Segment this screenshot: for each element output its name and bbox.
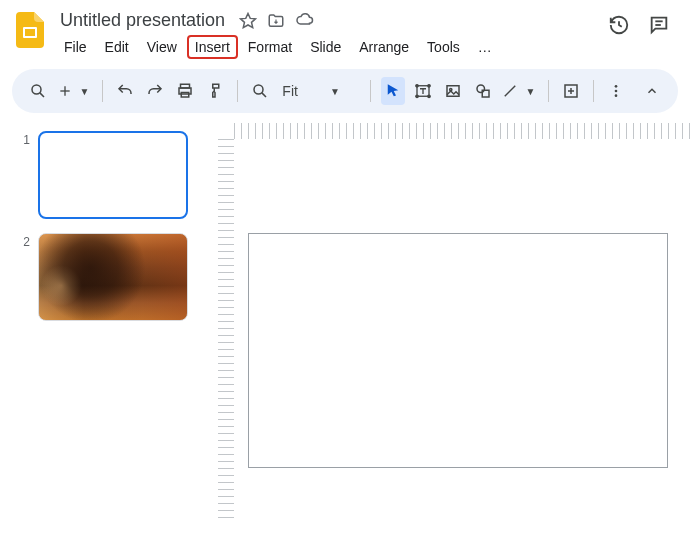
select-tool[interactable]	[381, 77, 405, 105]
slide-canvas[interactable]	[248, 233, 668, 468]
separator	[548, 80, 549, 102]
image-tool[interactable]	[441, 77, 465, 105]
textbox-tool[interactable]	[411, 77, 435, 105]
header-right	[608, 14, 670, 36]
header: Untitled presentation File Edit View Ins…	[0, 0, 690, 59]
print-button[interactable]	[173, 77, 197, 105]
filmstrip: 1 2	[0, 123, 210, 536]
star-icon[interactable]	[239, 12, 257, 30]
svg-line-12	[262, 93, 266, 97]
comment-add-button[interactable]	[558, 77, 582, 105]
shape-tool[interactable]	[471, 77, 495, 105]
slide-thumb-canvas[interactable]	[38, 233, 188, 321]
history-icon[interactable]	[608, 14, 630, 36]
svg-point-11	[254, 85, 263, 94]
horizontal-ruler[interactable]	[234, 123, 690, 139]
svg-point-14	[416, 85, 418, 87]
svg-line-22	[505, 86, 516, 97]
menu-arrange[interactable]: Arrange	[351, 35, 417, 59]
zoom-fit-dropdown[interactable]: Fit ▼	[278, 83, 359, 99]
toolbar: ▼ Fit ▼ ▼	[12, 69, 678, 113]
zoom-fit-label: Fit	[282, 83, 298, 99]
search-icon[interactable]	[26, 77, 50, 105]
slide-thumb-canvas[interactable]	[38, 131, 188, 219]
title-row: Untitled presentation	[56, 8, 608, 33]
slide-number: 2	[18, 233, 30, 249]
cloud-status-icon[interactable]	[295, 12, 315, 30]
menu-format[interactable]: Format	[240, 35, 300, 59]
svg-point-15	[428, 85, 430, 87]
slides-logo[interactable]	[12, 12, 48, 48]
menu-bar: File Edit View Insert Format Slide Arran…	[56, 35, 608, 59]
svg-line-5	[40, 93, 44, 97]
comments-icon[interactable]	[648, 14, 670, 36]
menu-slide[interactable]: Slide	[302, 35, 349, 59]
svg-point-20	[477, 85, 485, 93]
zoom-button[interactable]	[248, 77, 272, 105]
svg-point-27	[614, 90, 617, 93]
menu-edit[interactable]: Edit	[97, 35, 137, 59]
new-slide-dropdown[interactable]: ▼	[80, 77, 92, 105]
svg-point-4	[32, 85, 41, 94]
canvas-area	[210, 123, 690, 536]
slide-thumbnail-1[interactable]: 1	[18, 131, 200, 219]
menu-insert[interactable]: Insert	[187, 35, 238, 59]
svg-point-26	[614, 85, 617, 88]
menu-tools[interactable]: Tools	[419, 35, 468, 59]
document-title[interactable]: Untitled presentation	[56, 8, 229, 33]
menu-view[interactable]: View	[139, 35, 185, 59]
collapse-toolbar-button[interactable]	[640, 77, 664, 105]
line-tool[interactable]	[501, 77, 519, 105]
svg-point-17	[428, 95, 430, 97]
svg-point-28	[614, 94, 617, 97]
new-slide-button[interactable]	[56, 77, 73, 105]
title-area: Untitled presentation File Edit View Ins…	[56, 8, 608, 59]
workspace: 1 2	[0, 123, 690, 536]
menu-file[interactable]: File	[56, 35, 95, 59]
svg-rect-18	[447, 86, 459, 97]
separator	[370, 80, 371, 102]
separator	[237, 80, 238, 102]
separator	[102, 80, 103, 102]
slide-thumbnail-2[interactable]: 2	[18, 233, 200, 321]
more-tools-button[interactable]	[604, 77, 628, 105]
undo-button[interactable]	[112, 77, 136, 105]
separator	[593, 80, 594, 102]
redo-button[interactable]	[143, 77, 167, 105]
paint-format-button[interactable]	[203, 77, 227, 105]
svg-rect-1	[25, 29, 35, 36]
line-tool-dropdown[interactable]: ▼	[525, 77, 537, 105]
menu-more[interactable]: …	[470, 35, 500, 59]
slide-number: 1	[18, 131, 30, 147]
svg-point-16	[416, 95, 418, 97]
vertical-ruler[interactable]	[218, 139, 234, 521]
move-folder-icon[interactable]	[267, 12, 285, 30]
